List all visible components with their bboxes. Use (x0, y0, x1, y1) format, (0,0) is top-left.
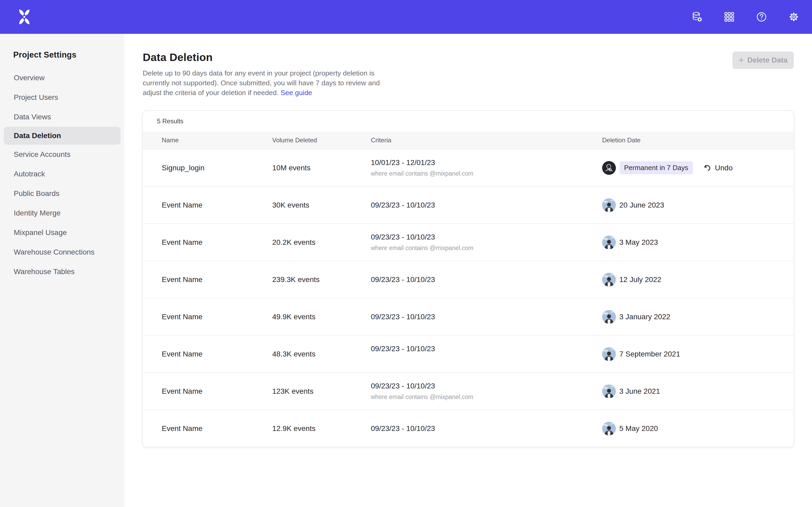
deletion-date-text: 7 September 2021 (619, 350, 680, 358)
cell-volume-deleted: 20.2K events (272, 238, 371, 247)
column-header-deletion-date: Deletion Date (602, 136, 794, 144)
user-avatar (602, 235, 616, 249)
sidebar-item-warehouse-tables[interactable]: Warehouse Tables (0, 262, 124, 281)
criteria-date-range: 09/23/23 - 10/10/23 (371, 233, 602, 241)
cell-name: Event Name (143, 313, 272, 321)
cell-volume-deleted: 30K events (272, 201, 371, 209)
criteria-date-range: 09/23/23 - 10/10/23 (371, 275, 602, 284)
cell-criteria: 09/23/23 - 10/10/23where email contains … (371, 382, 602, 401)
page-description-text: Delete up to 90 days data for any event … (143, 69, 380, 97)
deletion-date-text: 12 July 2022 (619, 275, 661, 284)
cell-deletion-date: 3 January 2022 (602, 310, 794, 324)
cell-deletion-date: 20 June 2023 (602, 198, 794, 212)
table-row: Event Name20.2K events09/23/23 - 10/10/2… (143, 223, 794, 261)
table-row: Event Name239.3K events09/23/23 - 10/10/… (143, 261, 794, 298)
criteria-filter-text (371, 356, 602, 363)
criteria-filter-text: where email contains @mixpanel.com (371, 244, 602, 251)
deletion-date-text: 20 June 2023 (619, 201, 664, 209)
cell-deletion-date: Permanent in 7 DaysUndo (602, 161, 794, 175)
topbar-icon-group (691, 11, 800, 23)
cell-criteria: 09/23/23 - 10/10/23 (371, 345, 602, 363)
cell-criteria: 09/23/23 - 10/10/23 (371, 201, 602, 209)
criteria-date-range: 09/23/23 - 10/10/23 (371, 345, 602, 353)
cell-deletion-date: 3 June 2021 (602, 385, 794, 398)
user-avatar (602, 273, 616, 286)
cell-criteria: 09/23/23 - 10/10/23where email contains … (371, 233, 602, 251)
table-row: Event Name30K events09/23/23 - 10/10/232… (143, 186, 794, 223)
cell-criteria: 09/23/23 - 10/10/23 (371, 313, 602, 321)
deletion-date-text: 3 June 2021 (619, 387, 660, 396)
cell-deletion-date: 3 May 2023 (602, 235, 794, 249)
apps-grid-icon[interactable] (723, 11, 735, 23)
help-icon[interactable] (755, 11, 768, 23)
cell-criteria: 09/23/23 - 10/10/23 (371, 425, 602, 433)
column-header-volume-deleted: Volume Deleted (272, 136, 371, 144)
criteria-date-range: 09/23/23 - 10/10/23 (371, 313, 602, 321)
cell-deletion-date: 5 May 2020 (602, 422, 794, 436)
page-description: Delete up to 90 days data for any event … (143, 68, 384, 98)
table-body: Signup_login10M events10/01/23 - 12/01/2… (143, 149, 794, 447)
user-avatar (602, 161, 616, 175)
results-count: 5 Results (143, 111, 794, 131)
see-guide-link[interactable]: See guide (281, 89, 312, 97)
cell-deletion-date: 7 September 2021 (602, 347, 794, 361)
table-row: Signup_login10M events10/01/23 - 12/01/2… (143, 149, 794, 186)
cell-name: Signup_login (143, 164, 272, 172)
sidebar-item-data-deletion[interactable]: Data Deletion (4, 127, 120, 145)
cell-criteria: 10/01/23 - 12/01/23where email contains … (371, 158, 602, 177)
undo-button[interactable]: Undo (703, 163, 733, 172)
cell-volume-deleted: 239.3K events (272, 275, 371, 284)
criteria-date-range: 09/23/23 - 10/10/23 (371, 425, 602, 433)
status-badge: Permanent in 7 Days (620, 161, 693, 174)
top-navigation-bar (0, 0, 812, 34)
cell-name: Event Name (143, 275, 272, 284)
criteria-filter-text: where email contains @mixpanel.com (371, 393, 602, 401)
delete-data-button-label: Delete Data (747, 56, 788, 64)
sidebar-item-list: OverviewProject UsersData ViewsData Dele… (0, 68, 124, 281)
sidebar-item-overview[interactable]: Overview (0, 68, 124, 88)
cell-volume-deleted: 48.3K events (272, 350, 371, 358)
user-avatar (602, 422, 616, 436)
deletion-date-text: 3 January 2022 (619, 313, 670, 321)
cell-volume-deleted: 12.9K events (272, 425, 371, 433)
user-avatar (602, 310, 616, 324)
deletion-table-card: 5 Results Name Volume Deleted Criteria D… (142, 110, 794, 447)
column-header-name: Name (143, 136, 272, 144)
cell-deletion-date: 12 July 2022 (602, 273, 794, 286)
sidebar-item-identity-merge[interactable]: Identity Merge (0, 203, 124, 223)
criteria-date-range: 09/23/23 - 10/10/23 (371, 382, 602, 390)
column-header-criteria: Criteria (371, 136, 602, 144)
user-avatar (602, 385, 616, 398)
cell-volume-deleted: 49.9K events (272, 313, 371, 321)
user-avatar (602, 347, 616, 361)
cell-name: Event Name (143, 387, 272, 396)
deletion-date-text: 5 May 2020 (619, 425, 658, 433)
table-header-row: Name Volume Deleted Criteria Deletion Da… (143, 131, 794, 149)
sidebar-item-project-users[interactable]: Project Users (0, 88, 124, 107)
table-row: Event Name49.9K events09/23/23 - 10/10/2… (143, 298, 794, 335)
settings-gear-icon[interactable] (788, 11, 800, 23)
sidebar-item-service-accounts[interactable]: Service Accounts (0, 145, 124, 164)
sidebar-title: Project Settings (0, 50, 124, 60)
criteria-filter-text: where email contains @mixpanel.com (371, 170, 602, 177)
undo-label: Undo (715, 164, 733, 172)
deletion-date-text: 3 May 2023 (619, 238, 658, 247)
criteria-date-range: 09/23/23 - 10/10/23 (371, 201, 602, 209)
delete-data-button[interactable]: + Delete Data (732, 52, 794, 69)
cell-name: Event Name (143, 350, 272, 358)
settings-sidebar: Project Settings OverviewProject UsersDa… (0, 34, 124, 507)
data-settings-icon[interactable] (691, 11, 703, 23)
sidebar-item-warehouse-connections[interactable]: Warehouse Connections (0, 242, 124, 262)
sidebar-item-mixpanel-usage[interactable]: Mixpanel Usage (0, 223, 124, 242)
sidebar-item-public-boards[interactable]: Public Boards (0, 184, 124, 203)
main-content: Data Deletion Delete up to 90 days data … (124, 34, 812, 507)
mixpanel-logo-icon[interactable] (17, 9, 31, 24)
cell-name: Event Name (143, 425, 272, 433)
table-row: Event Name48.3K events09/23/23 - 10/10/2… (143, 335, 794, 372)
cell-criteria: 09/23/23 - 10/10/23 (371, 275, 602, 284)
cell-volume-deleted: 123K events (272, 387, 371, 396)
sidebar-item-data-views[interactable]: Data Views (0, 107, 124, 127)
criteria-date-range: 10/01/23 - 12/01/23 (371, 158, 602, 167)
page-title: Data Deletion (143, 51, 812, 64)
sidebar-item-autotrack[interactable]: Autotrack (0, 164, 124, 184)
